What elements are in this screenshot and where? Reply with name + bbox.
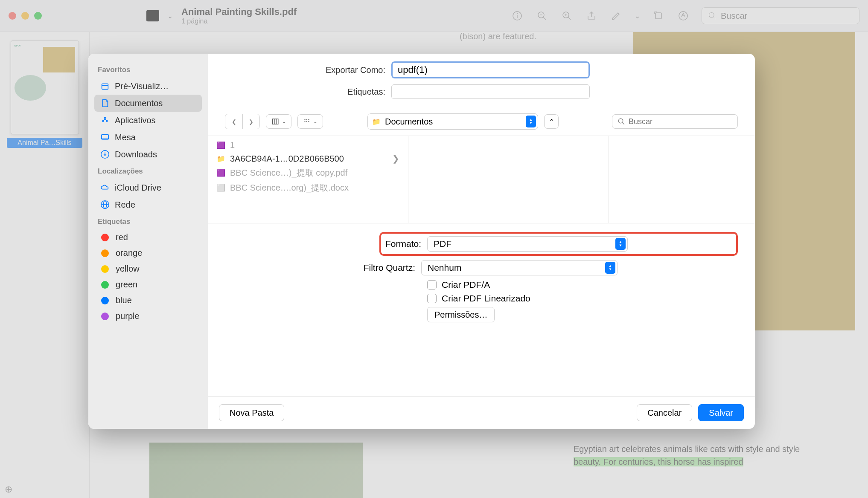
folder-icon: 📁 (372, 118, 381, 126)
tags-label: Etiquetas: (225, 87, 391, 97)
download-icon (99, 149, 111, 160)
tag-dot-icon (101, 281, 109, 289)
tag-dot-icon (101, 234, 109, 241)
file-icon: 🟪 (216, 141, 226, 150)
svg-rect-18 (102, 84, 108, 90)
sidebar-item-documentos[interactable]: Documentos (94, 95, 202, 112)
tag-orange[interactable]: orange (94, 245, 202, 261)
network-icon (99, 199, 111, 210)
sidebar-item-mesa[interactable]: Mesa (94, 129, 202, 146)
chevron-right-icon: ❯ (392, 153, 399, 164)
tag-purple[interactable]: purple (94, 308, 202, 324)
filter-select[interactable]: Nenhum ▲▼ (421, 260, 618, 275)
stepper-icon: ▲▼ (615, 238, 626, 250)
tag-dot-icon (101, 265, 109, 273)
filename-input[interactable] (391, 61, 590, 78)
dialog-search-input[interactable] (629, 117, 732, 126)
svg-point-37 (308, 121, 309, 122)
format-select[interactable]: PDF ▲▼ (427, 236, 628, 252)
format-highlight: Formato: PDF ▲▼ (379, 232, 738, 256)
checkbox[interactable] (427, 280, 437, 290)
svg-point-32 (304, 119, 305, 120)
view-grid-button[interactable]: ⌄ (297, 114, 323, 129)
sidebar-item-preview[interactable]: Pré-Visualiz… (94, 78, 202, 95)
nav-forward-button[interactable]: ❯ (242, 114, 259, 129)
tag-dot-icon (101, 313, 109, 320)
document-icon (99, 98, 111, 109)
file-item[interactable]: ⬜BBC Science….org)_提取.docx (208, 180, 408, 195)
linear-label: Criar PDF Linearizado (442, 293, 530, 304)
browser-column-empty (408, 136, 609, 223)
sidebar-item-label: Downloads (115, 150, 157, 159)
sidebar-item-label: Documentos (115, 98, 163, 108)
format-value: PDF (434, 239, 451, 249)
export-options: Formato: PDF ▲▼ Filtro Quartz: Nenhum ▲▼… (208, 223, 755, 331)
pdfa-label: Criar PDF/A (442, 280, 490, 290)
file-icon: 🟪 (216, 168, 226, 178)
tag-dot-icon (101, 249, 109, 257)
svg-rect-23 (102, 135, 109, 139)
tag-dot-icon (101, 297, 109, 304)
sidebar-item-label: Aplicativos (115, 116, 156, 125)
tag-green[interactable]: green (94, 277, 202, 292)
tags-input[interactable] (391, 84, 590, 99)
sidebar-item-label: Mesa (115, 133, 136, 142)
format-label: Formato: (385, 239, 427, 249)
desktop-icon (99, 132, 111, 143)
export-as-label: Exportar Como: (225, 65, 391, 75)
filter-value: Nenhum (428, 263, 461, 273)
svg-point-38 (618, 119, 623, 123)
sidebar-item-label: Pré-Visualiz… (115, 81, 169, 91)
filter-label: Filtro Quartz: (225, 263, 421, 273)
locations-section-title: Localizações (98, 167, 198, 176)
svg-point-36 (306, 121, 307, 122)
stepper-icon: ▲▼ (526, 116, 536, 127)
view-columns-button[interactable]: ⌄ (266, 114, 291, 129)
stepper-icon: ▲▼ (605, 262, 615, 274)
new-folder-button[interactable]: Nova Pasta (219, 404, 284, 421)
svg-point-33 (306, 119, 307, 120)
sidebar-item-downloads[interactable]: Downloads (94, 146, 202, 163)
save-button[interactable]: Salvar (698, 404, 744, 421)
export-save-dialog: Favoritos Pré-Visualiz… Documentos Aplic… (88, 54, 755, 429)
dialog-footer: Nova Pasta Cancelar Salvar (208, 396, 755, 429)
search-icon (618, 118, 625, 125)
apps-icon (99, 115, 111, 126)
dialog-sidebar: Favoritos Pré-Visualiz… Documentos Aplic… (88, 54, 208, 429)
location-dropdown[interactable]: 📁 Documentos ▲▼ (367, 113, 538, 130)
file-icon: ⬜ (216, 183, 226, 193)
nav-back-button[interactable]: ❮ (225, 114, 242, 129)
browser-column: 🟪1 📁3A6CB94A-1…0D2B066B500❯ 🟪BBC Science… (208, 136, 408, 223)
file-browser: 🟪1 📁3A6CB94A-1…0D2B066B500❯ 🟪BBC Science… (208, 136, 755, 223)
tags-section-title: Etiquetas (98, 217, 198, 226)
sidebar-item-icloud[interactable]: iCloud Drive (94, 179, 202, 196)
file-item-folder[interactable]: 📁3A6CB94A-1…0D2B066B500❯ (208, 152, 408, 165)
sidebar-item-rede[interactable]: Rede (94, 196, 202, 213)
sidebar-item-label: Rede (115, 200, 135, 210)
chevron-up-icon: ⌃ (549, 118, 554, 126)
favorites-section-title: Favoritos (98, 66, 198, 74)
clock-icon (99, 81, 111, 92)
file-item[interactable]: 🟪1 (208, 139, 408, 152)
dialog-search[interactable] (612, 114, 738, 129)
linear-checkbox-row[interactable]: Criar PDF Linearizado (427, 293, 738, 304)
chevron-down-icon: ⌄ (313, 119, 317, 124)
collapse-button[interactable]: ⌃ (544, 114, 559, 129)
svg-point-34 (308, 119, 309, 120)
location-name: Documentos (385, 117, 521, 127)
sidebar-item-aplicativos[interactable]: Aplicativos (94, 112, 202, 129)
pdfa-checkbox-row[interactable]: Criar PDF/A (427, 280, 738, 290)
columns-icon (271, 118, 279, 125)
tag-red[interactable]: red (94, 229, 202, 245)
checkbox[interactable] (427, 294, 437, 303)
svg-line-39 (622, 122, 624, 124)
permissions-button[interactable]: Permissões… (427, 307, 495, 322)
cancel-button[interactable]: Cancelar (637, 404, 692, 421)
tag-yellow[interactable]: yellow (94, 261, 202, 277)
tag-blue[interactable]: blue (94, 292, 202, 308)
sidebar-item-label: iCloud Drive (115, 183, 161, 193)
file-item[interactable]: 🟪BBC Science…)_提取 copy.pdf (208, 165, 408, 180)
nav-back-forward: ❮ ❯ (225, 114, 260, 129)
folder-icon: 📁 (216, 154, 226, 163)
svg-point-35 (304, 121, 305, 122)
